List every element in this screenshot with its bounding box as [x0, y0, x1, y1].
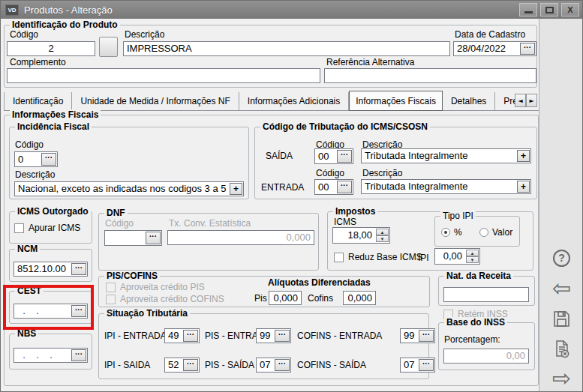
aproveita-credito-cofins-checkbox[interactable]: Aproveita crédito COFINS — [106, 294, 224, 304]
window-controls: X — [519, 3, 579, 16]
reduz-base-icms-checkbox[interactable]: Reduz Base ICMS — [334, 252, 422, 262]
saida-codigo-lookup-button[interactable]: ··· — [337, 150, 352, 163]
tab-detalhes[interactable]: Detalhes — [443, 92, 495, 110]
referencia-alternativa-field[interactable] — [324, 68, 536, 83]
pis-entrada-lookup-button[interactable]: ··· — [275, 330, 290, 342]
maximize-button[interactable] — [540, 3, 558, 16]
next-record-button[interactable]: ⇨ — [547, 365, 577, 392]
nat-receita-field[interactable] — [443, 287, 529, 302]
close-button[interactable]: X — [561, 3, 579, 16]
minimize-button[interactable] — [519, 3, 537, 16]
dnf-codigo-field[interactable]: ··· — [104, 230, 162, 246]
group-title: Identificação do Produto — [10, 19, 120, 30]
ipi-aliquota-field[interactable]: 0,00 ▲ ▼ — [434, 248, 480, 265]
pis-saida-field[interactable]: 07 ··· — [256, 358, 291, 373]
percent-label: % — [454, 227, 462, 238]
ipi-spinner[interactable]: ▲ ▼ — [466, 250, 479, 263]
cest-lookup-button[interactable]: ··· — [71, 305, 86, 317]
nbs-field[interactable]: . . . ··· — [14, 348, 88, 363]
cofins-entrada-field[interactable]: 99 ··· — [400, 328, 435, 343]
dnf-codigo-lookup-button[interactable]: ··· — [146, 232, 161, 244]
pis-aliquota-field[interactable]: 0,000 — [269, 291, 302, 305]
codigo-lookup-button[interactable] — [99, 37, 118, 57]
tipo-ipi-valor-radio[interactable]: Valor — [479, 227, 512, 238]
data-cadastro-field[interactable]: 28/04/2022 ··· — [453, 41, 536, 56]
saida-codigo-field[interactable]: 00 ··· — [314, 148, 353, 164]
incidencia-descricao-label: Descrição — [15, 170, 55, 180]
aproveita-credito-pis-checkbox[interactable]: Aproveita crédito PIS — [106, 282, 205, 292]
cest-value: . . — [14, 306, 71, 316]
cofins-entrada-lookup-button[interactable]: ··· — [419, 330, 434, 342]
group-title: ICMS Outorgado — [15, 206, 91, 217]
tab-identificacao[interactable]: Identificação — [4, 92, 72, 110]
tab-informacoes-fiscais[interactable]: Informações Fiscais — [349, 91, 443, 111]
data-cadastro-lookup-button[interactable]: ··· — [520, 43, 535, 55]
ipi-entrada-lookup-button[interactable]: ··· — [183, 330, 198, 342]
tab-strip: Identificação Unidade de Medida / Inform… — [4, 91, 539, 111]
checkbox-icon — [106, 283, 116, 292]
porcentagem-label: Porcentagem: — [444, 335, 500, 345]
pis-saida-lookup-button[interactable]: ··· — [275, 359, 290, 371]
entrada-descricao-field[interactable]: Tributada Integralmente + — [361, 179, 531, 194]
spin-up-icon[interactable]: ▲ — [466, 250, 479, 256]
cofins-saida-lookup-button[interactable]: ··· — [419, 359, 434, 371]
descricao-produto-field[interactable]: IMPRESSORA — [123, 41, 450, 56]
tab-scroll-left-icon[interactable]: ◄ — [515, 94, 526, 107]
tab-unidade-medida-informacoes-nf[interactable]: Unidade de Medida / Informações NF — [72, 92, 239, 110]
document-cancel-icon — [551, 339, 572, 359]
tab-scroll-right-icon[interactable]: ► — [526, 94, 537, 107]
cancel-button[interactable] — [548, 337, 575, 361]
apurar-icms-checkbox[interactable]: Apurar ICMS — [14, 223, 80, 233]
nbs-lookup-button[interactable]: ··· — [71, 349, 86, 361]
cofins-aliquota-field[interactable]: 0,000 — [343, 291, 376, 305]
ipi-saida-lookup-button[interactable]: ··· — [183, 359, 198, 371]
ncm-field[interactable]: 8512.10.00 ··· — [14, 262, 88, 277]
group-title: Impostos — [333, 206, 377, 217]
ipi-entrada-field[interactable]: 49 ··· — [164, 328, 200, 343]
previous-record-button[interactable]: ⇦ — [547, 275, 577, 302]
saida-codigo-value: 00 — [315, 151, 336, 162]
cest-field[interactable]: . . ··· — [14, 304, 88, 319]
save-button[interactable] — [548, 307, 575, 331]
entrada-codigo-lookup-button[interactable]: ··· — [337, 181, 352, 193]
tributacao-codigo-label-entrada: Código — [316, 169, 344, 178]
descricao-produto-value: IMPRESSORA — [124, 43, 449, 54]
ipi-saida-field[interactable]: 52 ··· — [164, 358, 200, 373]
spin-down-icon[interactable]: ▼ — [466, 256, 479, 263]
valor-label: Valor — [492, 227, 512, 238]
saida-descricao-dropdown-button[interactable]: + — [517, 150, 530, 162]
pis-entrada-field[interactable]: 99 ··· — [256, 328, 291, 343]
icms-aliquota-field[interactable]: 18,00 ▲ ▼ — [332, 227, 390, 244]
incidencia-descricao-dropdown-button[interactable]: + — [230, 183, 242, 195]
spin-down-icon[interactable]: ▼ — [376, 235, 389, 242]
ncm-lookup-button[interactable]: ··· — [71, 263, 86, 275]
tab-informacoes-adicionais[interactable]: Informações Adicionais — [239, 92, 349, 110]
entrada-codigo-field[interactable]: 00 ··· — [314, 179, 353, 195]
incidencia-descricao-field[interactable]: Nacional, exceto as indicadas nos codigo… — [14, 181, 244, 196]
entrada-descricao-dropdown-button[interactable]: + — [517, 181, 530, 193]
spin-up-icon[interactable]: ▲ — [376, 229, 389, 235]
pis-saida-value: 07 — [257, 360, 274, 370]
codigo-produto-field[interactable]: 2 — [7, 41, 95, 56]
cofins-entrada-label: COFINS - ENTRADA — [297, 331, 382, 341]
base-inss-porcentagem-field[interactable]: 0,00 — [443, 349, 529, 364]
nbs-value: . . . — [14, 350, 71, 361]
help-icon: ? — [553, 250, 570, 267]
dnf-tx-label: Tx. Conv. Estatística — [169, 219, 251, 229]
tipo-ipi-percent-radio[interactable]: % — [441, 227, 462, 238]
saida-descricao-field[interactable]: Tributada Integralmente + — [361, 148, 531, 163]
produtos-alteracao-window: VD Produtos - Alteração X Identificação … — [0, 0, 583, 392]
codigo-label: Código — [10, 30, 38, 40]
dnf-tx-field[interactable]: 0,000 — [167, 230, 314, 245]
dnf-tx-value: 0,000 — [168, 232, 314, 243]
complemento-field[interactable] — [7, 68, 320, 83]
incidencia-codigo-lookup-button[interactable]: ··· — [41, 153, 56, 166]
aproveita-credito-pis-label: Aproveita crédito PIS — [120, 282, 205, 292]
icms-spinner[interactable]: ▲ ▼ — [376, 229, 389, 242]
reduz-base-icms-label: Reduz Base ICMS — [348, 252, 422, 262]
cofins-saida-field[interactable]: 07 ··· — [400, 358, 435, 373]
help-button[interactable]: ? — [548, 246, 575, 270]
titlebar: VD Produtos - Alteração X — [1, 1, 583, 19]
referencia-alternativa-label: Referência Alternativa — [326, 58, 414, 67]
incidencia-codigo-field[interactable]: 0 ··· — [14, 151, 58, 167]
